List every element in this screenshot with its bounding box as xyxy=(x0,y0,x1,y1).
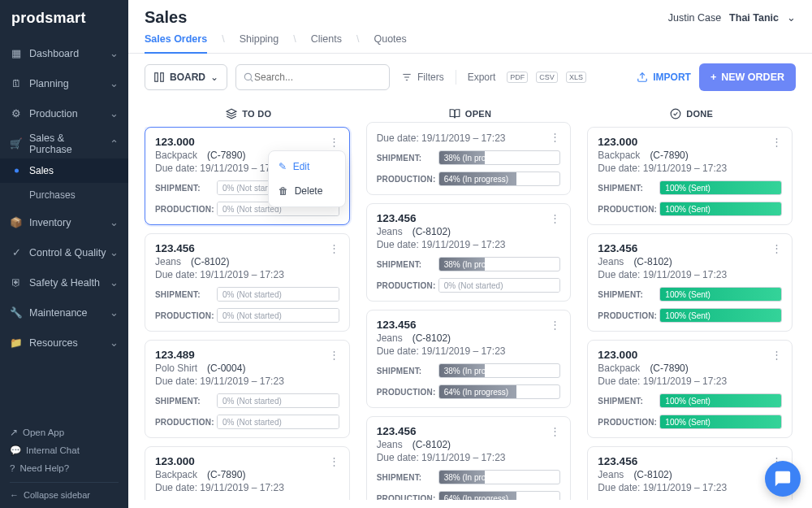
collapse-sidebar[interactable]: ←Collapse sidebar xyxy=(10,482,119,500)
client-code: (C-7890) xyxy=(650,150,688,161)
nav-item-safety-health[interactable]: ⛨Safety & Health⌄ xyxy=(0,267,128,297)
svg-point-9 xyxy=(671,109,680,119)
nav-subitem-purchases[interactable]: Purchases xyxy=(0,183,128,207)
due-date: Due date: 19/11/2019 – 17:23 xyxy=(598,482,782,493)
shipment-bar: 100% (Sent) xyxy=(659,393,782,408)
column-header: TO DO xyxy=(145,101,353,127)
client-code: (C-8102) xyxy=(412,332,451,344)
kebab-icon[interactable]: ⋮ xyxy=(768,241,785,256)
nav-subitem-sales[interactable]: Sales xyxy=(0,158,128,183)
export-xls[interactable]: XLS xyxy=(566,72,586,83)
svg-line-3 xyxy=(251,80,253,82)
kebab-icon[interactable]: ⋮ xyxy=(546,129,564,145)
collapse-icon: ← xyxy=(10,490,19,500)
kebab-icon[interactable]: ⋮ xyxy=(546,317,564,332)
nav-item-inventory[interactable]: 📦Inventory⌄ xyxy=(0,207,128,237)
production-bar: 100% (Sent) xyxy=(659,308,782,323)
nav-item-maintenance[interactable]: 🔧Maintenance⌄ xyxy=(0,297,128,328)
nav-icon: 📁 xyxy=(10,336,23,349)
open-app-link[interactable]: ↗Open App xyxy=(10,423,119,441)
order-card[interactable]: ⋮ 123.000 Backpack(C-7890) Due date: 19/… xyxy=(587,340,793,438)
cards-list[interactable]: ⋮ ✎Edit 🗑Delete 123.000 Backpack(C-7890)… xyxy=(145,127,353,500)
trash-icon: 🗑 xyxy=(279,185,288,197)
cards-list[interactable]: ⋮ Due date: 19/11/2019 – 17:23 SHIPMENT:… xyxy=(366,122,575,500)
order-card[interactable]: ⋮ 123.000 Backpack(C-7890) Due date: 19/… xyxy=(145,446,350,500)
cards-list[interactable]: ⋮ 123.000 Backpack(C-7890) Due date: 19/… xyxy=(587,127,796,500)
order-card[interactable]: ⋮ 123.456 Jeans(C-8102) Due date: 19/11/… xyxy=(366,310,572,408)
tabs: Sales Orders\Shipping\Clients\Quotes xyxy=(128,27,812,54)
kebab-icon[interactable]: ⋮ xyxy=(546,211,564,226)
export-csv[interactable]: CSV xyxy=(536,72,558,83)
nav-item-resources[interactable]: 📁Resources⌄ xyxy=(0,328,128,358)
internal-chat-link[interactable]: 💬Internal Chat xyxy=(10,441,119,459)
nav-item-control-quality[interactable]: ✓Control & Quality⌄ xyxy=(0,237,128,267)
search-input[interactable] xyxy=(254,72,382,83)
order-card[interactable]: ⋮ 123.456 Jeans(C-8102) Due date: 19/11/… xyxy=(366,416,572,500)
nav-item-production[interactable]: ⚙Production⌄ xyxy=(0,98,128,128)
production-bar: 0% (Not started) xyxy=(438,278,561,293)
column-icon xyxy=(226,108,237,119)
shipment-label: SHIPMENT: xyxy=(155,397,210,406)
order-card[interactable]: ⋮ Due date: 19/11/2019 – 17:23 SHIPMENT:… xyxy=(366,122,572,195)
column-header: DONE xyxy=(587,101,796,127)
export-pdf[interactable]: PDF xyxy=(507,72,528,83)
order-card[interactable]: ⋮ 123.456 Jeans(C-8102) Due date: 19/11/… xyxy=(366,203,572,302)
user-name: Justin Case xyxy=(668,12,721,24)
export-button[interactable]: Export xyxy=(464,72,499,83)
order-card[interactable]: ⋮ 123.489 Polo Shirt(C-0004) Due date: 1… xyxy=(145,340,350,438)
order-card[interactable]: ⋮ 123.456 Jeans(C-8102) Due date: 19/11/… xyxy=(145,233,350,332)
nav-item-dashboard[interactable]: ▦Dashboard⌄ xyxy=(0,38,128,68)
production-label: PRODUCTION: xyxy=(377,175,432,184)
order-card[interactable]: ⋮ 123.000 Backpack(C-7890) Due date: 19/… xyxy=(587,127,793,225)
order-id: 123.456 xyxy=(377,425,561,437)
order-card[interactable]: ⋮ ✎Edit 🗑Delete 123.000 Backpack(C-7890)… xyxy=(145,127,350,225)
shipment-label: SHIPMENT: xyxy=(377,367,432,376)
need-help-link[interactable]: ?Need Help? xyxy=(10,459,119,477)
production-label: PRODUCTION: xyxy=(377,388,432,397)
tab-clients[interactable]: Clients xyxy=(311,33,342,53)
client-code: (C-8102) xyxy=(633,469,672,480)
menu-edit[interactable]: ✎Edit xyxy=(269,154,345,179)
kebab-icon[interactable]: ⋮ xyxy=(326,347,343,363)
kebab-icon[interactable]: ⋮ xyxy=(768,347,785,363)
nav-item-sales-purchase[interactable]: 🛒Sales & Purchase⌄ xyxy=(0,128,128,158)
order-card[interactable]: ⋮ 123.456 Jeans(C-8102) Due date: 19/11/… xyxy=(587,233,793,332)
production-label: PRODUCTION: xyxy=(155,311,210,320)
due-date: Due date: 19/11/2019 – 17:23 xyxy=(598,269,782,280)
tab-sales-orders[interactable]: Sales Orders xyxy=(145,33,207,53)
nav-icon: ✓ xyxy=(10,246,23,258)
order-id: 123.000 xyxy=(155,136,339,148)
kebab-icon[interactable]: ⋮ xyxy=(768,134,785,150)
menu-delete[interactable]: 🗑Delete xyxy=(269,179,345,203)
shipment-bar: 38% (In production) xyxy=(438,257,561,271)
nav: ▦Dashboard⌄🗓Planning⌄⚙Production⌄🛒Sales … xyxy=(0,35,128,417)
edit-icon: ✎ xyxy=(279,161,287,172)
product-name: Jeans xyxy=(377,226,403,237)
new-order-button[interactable]: + NEW ORDER xyxy=(699,63,796,91)
import-button[interactable]: IMPORT xyxy=(637,72,691,83)
kebab-icon[interactable]: ⋮ xyxy=(326,241,343,256)
view-switcher[interactable]: BOARD ⌄ xyxy=(145,64,227,90)
sidebar: prodsmart ▦Dashboard⌄🗓Planning⌄⚙Producti… xyxy=(0,0,128,508)
column-icon xyxy=(449,108,460,119)
nav-item-planning[interactable]: 🗓Planning⌄ xyxy=(0,68,128,98)
shipment-bar: 100% (Sent) xyxy=(659,287,782,302)
due-date: Due date: 19/11/2019 – 17:23 xyxy=(598,163,782,174)
header: Sales Justin Case Thai Tanic ⌄ xyxy=(128,0,812,27)
product-name: Jeans xyxy=(598,469,624,480)
chevron-down-icon: ⌄ xyxy=(110,47,119,59)
filters-button[interactable]: Filters xyxy=(398,72,447,83)
kebab-icon[interactable]: ⋮ xyxy=(546,423,564,439)
order-card[interactable]: ⋮ 123.456 Jeans(C-8102) Due date: 19/11/… xyxy=(587,446,793,500)
tab-quotes[interactable]: Quotes xyxy=(374,33,406,53)
production-label: PRODUCTION: xyxy=(377,494,432,501)
kebab-icon[interactable]: ⋮ xyxy=(326,454,343,469)
search-box[interactable] xyxy=(235,64,390,90)
card-menu: ✎Edit 🗑Delete xyxy=(268,150,346,207)
kebab-icon[interactable]: ⋮ xyxy=(326,134,343,150)
chat-widget[interactable] xyxy=(765,461,801,497)
user-area[interactable]: Justin Case Thai Tanic ⌄ xyxy=(668,11,796,24)
logo: prodsmart xyxy=(0,0,128,35)
order-id: 123.456 xyxy=(598,242,782,254)
tab-shipping[interactable]: Shipping xyxy=(240,33,279,53)
